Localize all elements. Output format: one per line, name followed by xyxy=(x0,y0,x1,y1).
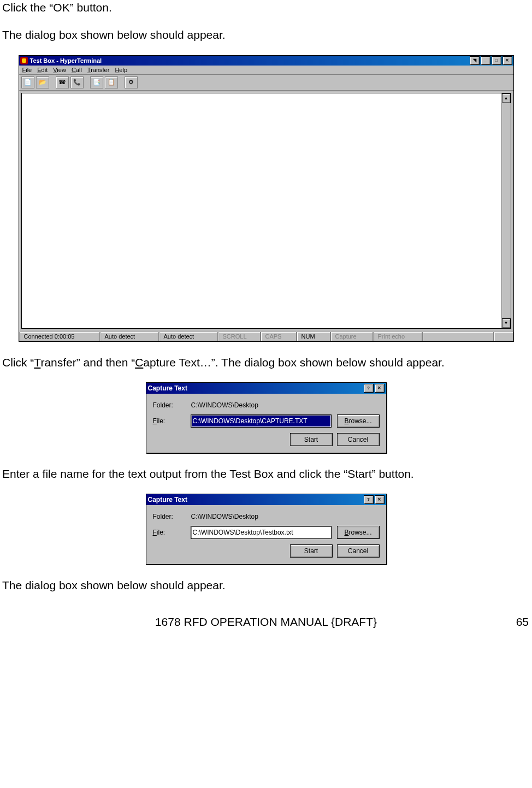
status-capture: Capture xyxy=(330,331,373,341)
page-number: 65 xyxy=(496,615,529,629)
file-input[interactable] xyxy=(191,414,332,428)
menu-help[interactable]: Help xyxy=(115,67,127,73)
toolbar-open-icon[interactable]: 📂 xyxy=(36,76,49,88)
folder-label: Folder: xyxy=(153,401,186,409)
dialog-titlebar: Capture Text ? ✕ xyxy=(146,383,386,394)
restore-down-button[interactable]: ◥ xyxy=(470,56,480,65)
status-autodetect-2: Auto detect xyxy=(159,331,218,341)
folder-value: C:\WINDOWS\Desktop xyxy=(191,401,258,409)
doc-title: 1678 RFD OPERATION MANUAL {DRAFT} xyxy=(36,615,496,629)
paragraph-5: The dialog box shown below should appear… xyxy=(0,578,532,593)
folder-value: C:\WINDOWS\Desktop xyxy=(191,513,258,520)
status-scroll: SCROLL xyxy=(218,331,261,341)
file-input[interactable] xyxy=(191,526,332,539)
app-icon xyxy=(20,57,28,64)
paragraph-2: The dialog box shown below should appear… xyxy=(0,27,532,43)
toolbar-receive-icon[interactable]: 📋 xyxy=(105,76,118,88)
help-button[interactable]: ? xyxy=(364,495,374,504)
start-button[interactable]: Start xyxy=(290,544,333,558)
toolbar: 📄 📂 ☎ 📞 📑 📋 ⚙ xyxy=(19,75,513,91)
file-label: File: xyxy=(153,529,185,536)
paragraph-4: Enter a file name for the text output fr… xyxy=(0,466,532,482)
menubar: File Edit View Call Transfer Help xyxy=(19,66,513,75)
menu-view[interactable]: View xyxy=(53,67,66,73)
window-title: Test Box - HyperTerminal xyxy=(30,57,102,64)
paragraph-3: Click “Transfer” and then “Capture Text…… xyxy=(0,355,532,370)
toolbar-new-icon[interactable]: 📄 xyxy=(21,76,34,88)
terminal-area[interactable] xyxy=(22,93,501,328)
paragraph-1: Click the “OK” button. xyxy=(0,0,532,15)
minimize-button[interactable]: _ xyxy=(481,56,490,65)
help-button[interactable]: ? xyxy=(364,384,374,393)
scroll-up-icon[interactable]: ▲ xyxy=(502,93,511,103)
close-button[interactable]: ✕ xyxy=(375,384,385,393)
status-printecho: Print echo xyxy=(373,331,422,341)
start-button[interactable]: Start xyxy=(290,433,333,446)
menu-edit[interactable]: Edit xyxy=(37,67,48,73)
capture-text-dialog-1: Capture Text ? ✕ Folder: C:\WINDOWS\Desk… xyxy=(146,382,387,453)
page-footer: 1678 RFD OPERATION MANUAL {DRAFT} 65 xyxy=(0,610,532,629)
toolbar-connect-icon[interactable]: ☎ xyxy=(56,76,69,88)
toolbar-disconnect-icon[interactable]: 📞 xyxy=(70,76,84,88)
cancel-button[interactable]: Cancel xyxy=(337,544,380,558)
status-caps: CAPS xyxy=(261,331,297,341)
close-button[interactable]: ✕ xyxy=(503,56,512,65)
maximize-button[interactable]: □ xyxy=(492,56,501,65)
dialog-title: Capture Text xyxy=(148,384,187,392)
file-label: File: xyxy=(153,417,185,425)
vertical-scrollbar[interactable]: ▲ ▼ xyxy=(501,93,511,328)
toolbar-send-icon[interactable]: 📑 xyxy=(90,76,103,88)
status-num: NUM xyxy=(297,331,330,341)
hyperterminal-window: Test Box - HyperTerminal ◥ _ □ ✕ File Ed… xyxy=(19,55,514,342)
toolbar-properties-icon[interactable]: ⚙ xyxy=(125,76,138,88)
browse-button[interactable]: Browse... xyxy=(337,526,380,539)
status-connected: Connected 0:00:05 xyxy=(19,331,100,341)
menu-transfer[interactable]: Transfer xyxy=(87,67,110,73)
dialog-titlebar: Capture Text ? ✕ xyxy=(146,494,386,505)
browse-button[interactable]: Browse... xyxy=(337,414,380,428)
titlebar: Test Box - HyperTerminal ◥ _ □ ✕ xyxy=(19,56,513,66)
scroll-down-icon[interactable]: ▼ xyxy=(502,318,511,328)
resize-grip-icon[interactable] xyxy=(494,331,513,341)
statusbar: Connected 0:00:05 Auto detect Auto detec… xyxy=(19,331,513,341)
status-autodetect-1: Auto detect xyxy=(100,331,159,341)
capture-text-dialog-2: Capture Text ? ✕ Folder: C:\WINDOWS\Desk… xyxy=(146,494,387,565)
folder-label: Folder: xyxy=(153,513,186,520)
menu-file[interactable]: File xyxy=(22,67,32,73)
close-button[interactable]: ✕ xyxy=(375,495,385,504)
cancel-button[interactable]: Cancel xyxy=(337,433,380,446)
dialog-title: Capture Text xyxy=(148,496,187,503)
menu-call[interactable]: Call xyxy=(72,67,82,73)
